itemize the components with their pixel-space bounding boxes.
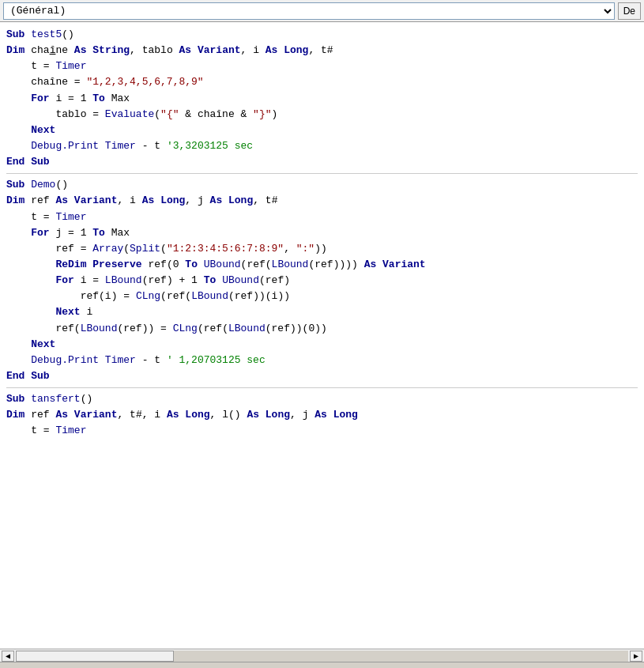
code-line: For j = 1 To Max bbox=[6, 225, 638, 241]
code-line: ReDim Preserve ref(0 To UBound(ref(LBoun… bbox=[6, 257, 638, 273]
code-line: t = Timer bbox=[6, 423, 638, 439]
code-line: Dim ref As Variant, t#, i As Long, l() A… bbox=[6, 407, 638, 423]
code-line: tablo = Evaluate("{" & chaîne & "}") bbox=[6, 107, 638, 123]
block-divider bbox=[6, 173, 638, 174]
code-block-tansfert: Sub tansfert() Dim ref As Variant, t#, i… bbox=[6, 391, 638, 439]
code-line: ref(LBound(ref)) = CLng(ref(LBound(ref))… bbox=[6, 321, 638, 337]
top-bar: (Général) De bbox=[0, 0, 644, 22]
code-line: For i = 1 To Max bbox=[6, 91, 638, 107]
block-divider bbox=[6, 387, 638, 388]
scroll-right-btn[interactable]: ▶ bbox=[630, 651, 642, 662]
code-line: Debug.Print Timer - t '3,3203125 sec bbox=[6, 138, 638, 154]
horizontal-scrollbar[interactable]: ◀ ▶ bbox=[0, 649, 644, 662]
code-line: Dim chaîne As String, tablo As Variant, … bbox=[6, 43, 638, 58]
code-line: For i = LBound(ref) + 1 To UBound(ref) bbox=[6, 273, 638, 289]
scroll-left-btn[interactable]: ◀ bbox=[2, 651, 14, 662]
module-select[interactable]: (Général) bbox=[3, 2, 615, 20]
code-line: ref(i) = CLng(ref(LBound(ref))(i)) bbox=[6, 289, 638, 304]
de-button[interactable]: De bbox=[618, 2, 641, 20]
code-line: chaîne = "1,2,3,4,5,6,7,8,9" bbox=[6, 74, 638, 90]
code-line: End Sub bbox=[6, 154, 638, 170]
code-line: ref = Array(Split("1:2:3:4:5:6:7:8:9", "… bbox=[6, 241, 638, 257]
code-line: Sub tansfert() bbox=[6, 391, 638, 407]
bottom-status-bar: Exécution bbox=[0, 662, 644, 668]
scroll-thumb[interactable] bbox=[16, 651, 174, 662]
code-line: Next i bbox=[6, 304, 638, 320]
code-line: t = Timer bbox=[6, 209, 638, 225]
code-line: Next bbox=[6, 123, 638, 138]
code-line: Debug.Print Timer - t ' 1,20703125 sec bbox=[6, 353, 638, 368]
code-line: Dim ref As Variant, i As Long, j As Long… bbox=[6, 193, 638, 209]
code-line: t = Timer bbox=[6, 58, 638, 74]
code-block-test5: Sub test5() Dim chaîne As String, tablo … bbox=[6, 27, 638, 170]
code-line: Sub test5() bbox=[6, 27, 638, 43]
scroll-track bbox=[16, 651, 628, 662]
code-area: Sub test5() Dim chaîne As String, tablo … bbox=[0, 22, 644, 649]
code-line: End Sub bbox=[6, 368, 638, 384]
code-line: Next bbox=[6, 337, 638, 353]
code-block-demo: Sub Demo() Dim ref As Variant, i As Long… bbox=[6, 177, 638, 384]
code-line: Sub Demo() bbox=[6, 177, 638, 193]
